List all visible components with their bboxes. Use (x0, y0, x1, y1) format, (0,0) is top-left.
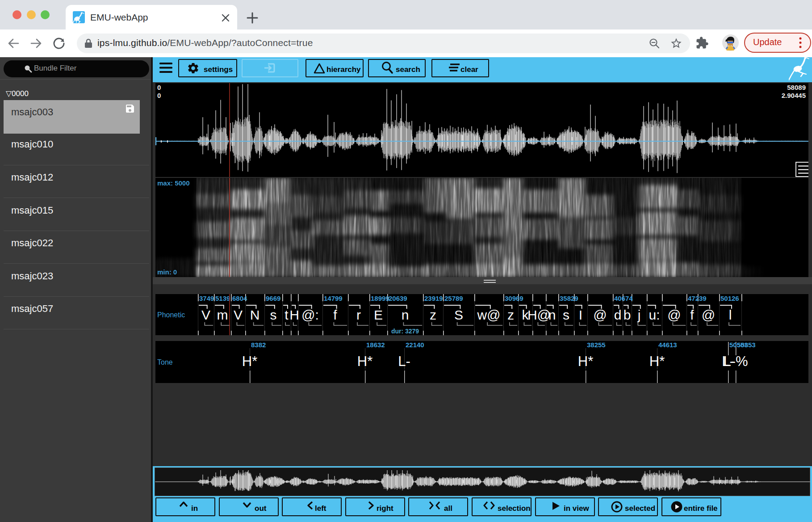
svg-text:l: l (729, 307, 732, 322)
svg-text:H: H (289, 307, 299, 322)
svg-text:22140: 22140 (406, 341, 424, 349)
svg-text:t: t (285, 307, 289, 322)
svg-text:18999: 18999 (371, 295, 389, 302)
svg-text:s: s (563, 307, 569, 322)
svg-text:6804: 6804 (232, 295, 247, 302)
svg-text:@: @ (702, 307, 715, 322)
svg-text:58089: 58089 (787, 84, 806, 91)
svg-text:s: s (270, 307, 277, 322)
svg-text:n: n (548, 307, 556, 322)
svg-text:3749: 3749 (199, 295, 214, 302)
svg-text:9669: 9669 (266, 295, 280, 302)
svg-text:40674: 40674 (614, 295, 633, 302)
svg-text:23919: 23919 (424, 295, 443, 302)
svg-text:38255: 38255 (587, 341, 606, 349)
svg-text:50853: 50853 (737, 341, 756, 349)
svg-text:@: @ (667, 307, 681, 322)
svg-text:dur: 3279: dur: 3279 (391, 328, 419, 335)
svg-text:z: z (430, 307, 436, 322)
svg-text:H*: H* (242, 354, 257, 369)
svg-text:2.90445: 2.90445 (782, 92, 806, 99)
svg-text:5139: 5139 (215, 295, 230, 302)
svg-text:b: b (624, 307, 631, 322)
svg-text:E: E (374, 307, 383, 322)
svg-text:0: 0 (157, 92, 161, 99)
svg-text:H*: H* (578, 354, 593, 369)
svg-text:Phonetic: Phonetic (157, 311, 185, 319)
svg-text:I: I (579, 307, 582, 322)
svg-text:max: 5000: max: 5000 (157, 179, 190, 187)
svg-text:z: z (507, 307, 514, 322)
svg-text:47239: 47239 (688, 295, 707, 302)
svg-text:L-%: L-% (723, 354, 748, 369)
svg-text:H@: H@ (527, 307, 551, 322)
svg-text:u:: u: (649, 307, 660, 322)
svg-text:d: d (614, 307, 622, 322)
svg-text:8382: 8382 (251, 341, 266, 349)
svg-text:14799: 14799 (324, 295, 343, 302)
svg-text:n: n (402, 307, 409, 322)
svg-text:f: f (333, 307, 337, 322)
svg-text:25789: 25789 (444, 295, 463, 302)
svg-text:Tone: Tone (157, 358, 173, 366)
svg-text:N: N (250, 307, 260, 322)
svg-text:j: j (637, 307, 641, 322)
svg-text:20639: 20639 (389, 295, 407, 302)
svg-text:w@: w@ (477, 307, 500, 322)
svg-text:m: m (217, 307, 228, 322)
svg-text:50126: 50126 (720, 295, 739, 302)
svg-text:H*: H* (357, 354, 373, 369)
svg-text:0: 0 (157, 84, 161, 91)
svg-text:@: @ (593, 307, 607, 322)
svg-text:r: r (356, 307, 361, 322)
svg-text:f: f (690, 307, 694, 322)
svg-text:35829: 35829 (560, 295, 578, 302)
svg-text:L-: L- (398, 354, 410, 369)
svg-text:H*: H* (649, 354, 665, 369)
svg-text:30969: 30969 (505, 295, 523, 302)
svg-text:min: 0: min: 0 (157, 268, 177, 276)
svg-text:18632: 18632 (366, 341, 385, 349)
svg-text:V: V (201, 307, 210, 322)
svg-text:@:: @: (301, 307, 319, 322)
svg-text:V: V (234, 307, 243, 322)
svg-text:S: S (454, 307, 463, 322)
svg-text:44613: 44613 (658, 341, 677, 349)
